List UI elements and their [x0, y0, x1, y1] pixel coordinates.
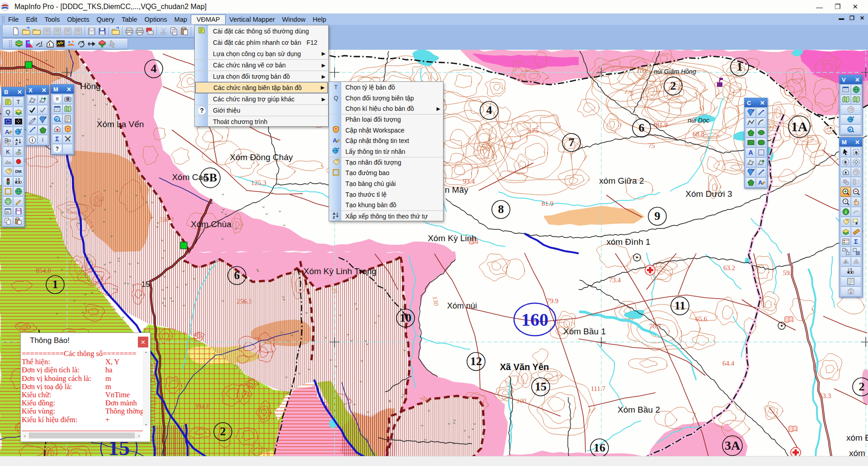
svg-text:12: 12 [470, 355, 482, 368]
svg-text:160: 160 [521, 309, 548, 330]
svg-text:i: i [49, 42, 50, 47]
svg-text:481.9: 481.9 [652, 121, 668, 128]
svg-text:63.3: 63.3 [819, 392, 831, 399]
svg-text:Xóm núi: Xóm núi [447, 301, 477, 310]
svg-text:256.3: 256.3 [236, 298, 252, 305]
svg-text:09: 09 [6, 211, 9, 214]
svg-text:81.9: 81.9 [542, 200, 553, 207]
svg-text:100: 100 [637, 67, 646, 74]
svg-text:núi Giám Hồng: núi Giám Hồng [654, 68, 696, 75]
svg-text:2: 2 [859, 380, 865, 393]
svg-text:xóm Giữa 2: xóm Giữa 2 [599, 176, 644, 185]
svg-text:Xóm Chùa: Xóm Chùa [191, 219, 231, 229]
svg-text:A: A [844, 261, 847, 264]
svg-text:Hồng: Hồng [80, 81, 100, 91]
svg-text:59.: 59. [783, 269, 792, 276]
svg-text:Xóm Đồng Cháy: Xóm Đồng Cháy [230, 152, 293, 162]
svg-text:3A: 3A [725, 438, 741, 452]
svg-text:2: 2 [220, 425, 226, 438]
svg-text:9: 9 [655, 209, 660, 223]
svg-text:11: 11 [675, 299, 686, 312]
svg-text:15: 15 [535, 380, 547, 393]
svg-text:i: i [845, 209, 846, 214]
svg-text:6: 6 [639, 121, 645, 134]
svg-text:Z: Z [15, 142, 18, 146]
svg-text:núi Dọc: núi Dọc [688, 117, 709, 124]
svg-text:xóm Đ: xóm Đ [846, 433, 868, 442]
svg-text:Xóm Bầu 2: Xóm Bầu 2 [618, 405, 660, 414]
svg-text:A: A [758, 179, 763, 186]
svg-text:16: 16 [594, 441, 605, 454]
svg-text:111.7: 111.7 [591, 385, 606, 392]
svg-text:Xóm Cao: Xóm Cao [172, 172, 208, 182]
svg-text:100: 100 [517, 398, 526, 404]
svg-text:Xóm Bầu 1: Xóm Bầu 1 [563, 327, 606, 336]
svg-text:1: 1 [737, 60, 743, 73]
svg-text:?: ? [844, 200, 846, 204]
svg-text:93.4: 93.4 [463, 178, 475, 185]
svg-text:10: 10 [400, 311, 411, 324]
svg-text:8: 8 [498, 203, 504, 216]
svg-text:Xóm Kỳ Linh Trong: Xóm Kỳ Linh Trong [303, 266, 377, 276]
svg-text:63.2: 63.2 [723, 264, 735, 271]
svg-text:64.4: 64.4 [722, 360, 735, 367]
svg-text:Xã Văn Yên: Xã Văn Yên [500, 362, 549, 372]
svg-text:73.4: 73.4 [609, 276, 621, 284]
svg-text:70.7: 70.7 [649, 323, 661, 330]
svg-text:1 5: 1 5 [848, 268, 852, 271]
svg-text:394.0: 394.0 [194, 403, 210, 410]
svg-text:68.8: 68.8 [693, 130, 704, 138]
svg-text:A: A [5, 128, 9, 135]
svg-text:2: 2 [670, 79, 676, 92]
svg-text:5B: 5B [203, 171, 217, 184]
svg-text:1: 1 [52, 278, 58, 291]
svg-text:6: 6 [234, 269, 240, 282]
svg-text:854.0: 854.0 [36, 267, 51, 274]
svg-text:125.3: 125.3 [251, 179, 266, 186]
svg-text:n Mây: n Mây [445, 185, 468, 195]
svg-text:i: i [41, 40, 42, 46]
svg-text:Xóm Dưới 3: Xóm Dưới 3 [685, 189, 732, 199]
svg-text:Xóm La Vến: Xóm La Vến [97, 119, 144, 129]
svg-text:A: A [333, 137, 337, 144]
svg-text:15: 15 [142, 280, 150, 289]
svg-text:4: 4 [486, 104, 492, 117]
svg-text:xóm Đình 1: xóm Đình 1 [606, 237, 650, 247]
svg-text:75: 75 [648, 142, 655, 149]
svg-text:4: 4 [151, 62, 157, 75]
svg-text:Z: Z [333, 215, 335, 219]
svg-text:7: 7 [569, 136, 575, 149]
svg-text:1A: 1A [791, 119, 808, 134]
svg-text:1 5: 1 5 [15, 178, 20, 181]
svg-text:79.9: 79.9 [547, 297, 558, 304]
svg-text:Xóm Kỳ Linh: Xóm Kỳ Linh [428, 233, 476, 243]
svg-text:350.0: 350.0 [159, 216, 174, 223]
svg-text:65.6: 65.6 [695, 315, 708, 323]
svg-text:175: 175 [528, 127, 539, 134]
